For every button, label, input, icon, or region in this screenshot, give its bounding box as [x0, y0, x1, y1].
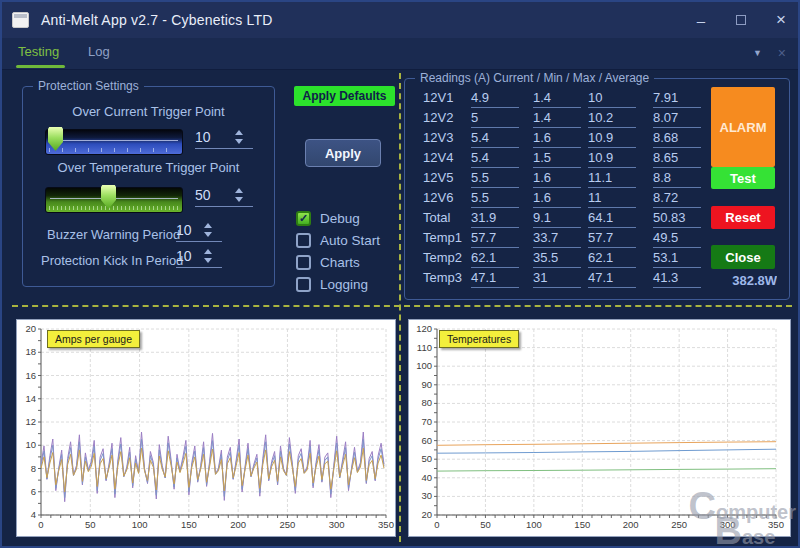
maximize-box-glyph	[736, 15, 746, 25]
checkbox-unchecked-icon[interactable]	[296, 233, 311, 248]
reading-cell: 33.7	[533, 230, 581, 248]
reading-cell: 50.83	[653, 210, 701, 228]
chart-canvas: 0501001502002503003502030405060708090100…	[409, 320, 790, 536]
reset-button[interactable]: Reset	[711, 206, 775, 229]
checkbox-label: Auto Start	[320, 233, 380, 248]
buzzer-period-label: Buzzer Warning Period	[47, 227, 180, 242]
reading-row-label: Temp1	[423, 230, 469, 245]
tab-testing-label: Testing	[18, 44, 59, 59]
svg-text:4: 4	[31, 509, 36, 520]
test-button[interactable]: Test	[711, 167, 775, 189]
svg-text:110: 110	[417, 342, 432, 353]
over-current-label: Over Current Trigger Point	[23, 104, 274, 119]
checkbox-checked-icon[interactable]: ✓	[296, 211, 311, 226]
spin-up-icon[interactable]	[204, 249, 212, 254]
close-app-button[interactable]: Close	[711, 245, 775, 269]
reading-cell: 47.1	[471, 270, 519, 288]
minimize-icon[interactable]: –	[692, 11, 710, 29]
reading-cell: 1.4	[533, 90, 581, 108]
slider-track-line	[50, 140, 178, 141]
tab-testing[interactable]: Testing	[18, 44, 59, 59]
alarm-button[interactable]: ALARM	[711, 87, 775, 167]
over-current-spinner[interactable]: 10	[195, 129, 253, 149]
horizontal-splitter[interactable]	[12, 305, 792, 307]
tab-close-icon[interactable]: ×	[778, 45, 786, 61]
reading-cell: 11	[588, 190, 636, 208]
reading-cell: 47.1	[588, 270, 636, 288]
checkbox-charts[interactable]: Charts	[296, 251, 380, 273]
spin-up-icon[interactable]	[235, 130, 243, 135]
active-tab-underline	[16, 65, 65, 68]
svg-text:0: 0	[38, 519, 43, 530]
over-current-slider[interactable]	[45, 129, 183, 155]
reading-cell: 9.1	[533, 210, 581, 228]
tab-dropdown-icon[interactable]: ▼	[753, 48, 762, 58]
svg-text:10: 10	[25, 439, 36, 450]
power-readout: 382.8W	[705, 273, 777, 288]
checkbox-auto-start[interactable]: Auto Start	[296, 229, 380, 251]
chart-title-badge: Temperatures	[439, 330, 519, 348]
reading-cell: 62.1	[471, 250, 519, 268]
svg-text:120: 120	[416, 323, 432, 334]
svg-text:20: 20	[25, 323, 36, 334]
amps-chart: 050100150200250300350468101214161820Amps…	[16, 319, 396, 537]
spin-up-icon[interactable]	[235, 188, 243, 193]
tab-log[interactable]: Log	[88, 44, 110, 59]
svg-text:200: 200	[623, 519, 639, 530]
app-window: Anti-Melt App v2.7 - Cybenetics LTD – × …	[0, 0, 800, 548]
window-title: Anti-Melt App v2.7 - Cybenetics LTD	[41, 12, 273, 28]
reading-cell: 1.5	[533, 150, 581, 168]
reading-cell: 8.72	[653, 190, 701, 208]
vertical-splitter[interactable]	[399, 73, 401, 542]
kickin-period-spinner[interactable]: 10	[176, 248, 222, 268]
reading-cell: 64.1	[588, 210, 636, 228]
checkbox-unchecked-icon[interactable]	[296, 255, 311, 270]
buzzer-period-spinner[interactable]: 10	[176, 222, 222, 242]
reading-cell: 8.8	[653, 170, 701, 188]
checkbox-label: Debug	[320, 211, 360, 226]
apply-button[interactable]: Apply	[305, 139, 381, 167]
apply-defaults-button[interactable]: Apply Defaults	[294, 86, 395, 106]
reading-cell: 5.4	[471, 130, 519, 148]
svg-text:300: 300	[720, 519, 736, 530]
svg-text:150: 150	[574, 519, 590, 530]
svg-text:6: 6	[31, 486, 36, 497]
reading-row-label: 12V2	[423, 110, 469, 125]
reading-cell: 8.65	[653, 150, 701, 168]
over-temp-slider[interactable]	[45, 187, 183, 213]
spin-down-icon[interactable]	[235, 139, 243, 144]
svg-text:350: 350	[768, 519, 784, 530]
reading-cell: 5	[471, 110, 519, 128]
reading-row-label: 12V5	[423, 170, 469, 185]
reading-cell: 11.1	[588, 170, 636, 188]
checkbox-logging[interactable]: Logging	[296, 273, 380, 295]
checkbox-unchecked-icon[interactable]	[296, 277, 311, 292]
spin-down-icon[interactable]	[204, 232, 212, 237]
reading-cell: 31.9	[471, 210, 519, 228]
reading-cell: 57.7	[588, 230, 636, 248]
svg-text:70: 70	[421, 416, 432, 427]
over-temp-spinner[interactable]: 50	[195, 187, 253, 207]
maximize-icon[interactable]	[732, 11, 750, 29]
spin-down-icon[interactable]	[204, 258, 212, 263]
checkbox-label: Charts	[320, 255, 360, 270]
reading-cell: 10	[588, 90, 636, 108]
spin-down-icon[interactable]	[235, 197, 243, 202]
buzzer-period-value: 10	[176, 222, 202, 238]
close-icon[interactable]: ×	[772, 11, 790, 29]
reading-cell: 7.91	[653, 90, 701, 108]
svg-text:250: 250	[279, 519, 295, 530]
readings-group: Readings (A) Current / Min / Max / Avera…	[404, 78, 790, 300]
reading-row-label: 12V3	[423, 130, 469, 145]
slider-ticks	[49, 148, 179, 152]
reading-cell: 41.3	[653, 270, 701, 288]
reading-row-label: 12V6	[423, 190, 469, 205]
readings-legend: Readings (A) Current / Min / Max / Avera…	[415, 71, 654, 85]
svg-text:60: 60	[421, 435, 432, 446]
spin-up-icon[interactable]	[204, 223, 212, 228]
checkbox-debug[interactable]: ✓Debug	[296, 207, 380, 229]
title-bar[interactable]: Anti-Melt App v2.7 - Cybenetics LTD – ×	[2, 2, 798, 38]
reading-cell: 10.9	[588, 130, 636, 148]
svg-text:50: 50	[480, 519, 491, 530]
checkbox-label: Logging	[320, 277, 368, 292]
